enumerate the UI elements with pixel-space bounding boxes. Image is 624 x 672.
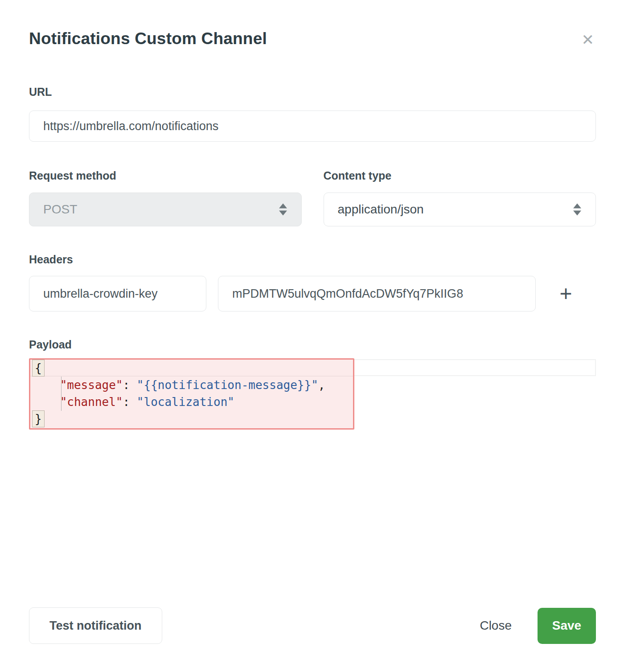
indent xyxy=(32,378,60,392)
request-method-label: Request method xyxy=(29,169,302,182)
page-title: Notifications Custom Channel xyxy=(29,29,267,49)
header-value-input[interactable] xyxy=(218,276,536,311)
chevron-updown-icon xyxy=(279,204,287,216)
json-value-channel: "localization" xyxy=(137,395,234,409)
json-key-channel: "channel" xyxy=(60,395,123,409)
payload-highlighted-region[interactable]: { "message": "{{notification-message}}",… xyxy=(29,358,354,430)
headers-label: Headers xyxy=(29,253,596,266)
separator: : xyxy=(123,395,137,409)
close-icon: ✕ xyxy=(582,31,595,48)
indent xyxy=(32,395,60,409)
notifications-custom-channel-modal: Notifications Custom Channel ✕ URL Reque… xyxy=(0,0,624,672)
test-notification-button[interactable]: Test notification xyxy=(29,607,162,644)
footer-actions: Close Save xyxy=(480,608,596,644)
chevron-updown-icon xyxy=(573,204,581,216)
add-header-button[interactable]: + xyxy=(536,283,596,304)
request-method-select[interactable]: POST xyxy=(29,193,302,226)
close-brace-token: } xyxy=(32,410,45,427)
headers-row: + xyxy=(29,276,596,311)
payload-group: Payload { "message": "{{notification-mes… xyxy=(29,338,596,430)
header-key-input[interactable] xyxy=(29,276,206,311)
json-key-message: "message" xyxy=(60,378,123,392)
payload-code: { "message": "{{notification-message}}",… xyxy=(30,360,353,427)
content-type-label: Content type xyxy=(324,169,596,182)
url-label: URL xyxy=(29,86,596,98)
indent-guide xyxy=(61,377,62,411)
save-button[interactable]: Save xyxy=(538,608,596,644)
modal-header: Notifications Custom Channel ✕ xyxy=(29,29,596,49)
headers-group: Headers + xyxy=(29,253,596,311)
request-method-group: Request method POST xyxy=(29,169,302,226)
open-brace-token: { xyxy=(32,360,45,377)
comma: , xyxy=(318,378,325,392)
url-input[interactable] xyxy=(29,111,596,142)
separator: : xyxy=(123,378,137,392)
payload-label: Payload xyxy=(29,338,596,351)
json-value-message: "{{notification-message}}" xyxy=(137,378,318,392)
url-field-group: URL xyxy=(29,86,596,142)
modal-close-button[interactable]: ✕ xyxy=(580,30,596,49)
content-type-group: Content type application/json xyxy=(324,169,596,226)
request-method-value: POST xyxy=(43,202,77,217)
footer-close-button[interactable]: Close xyxy=(480,619,512,633)
method-contenttype-row: Request method POST Content type applica… xyxy=(29,169,596,226)
plus-icon: + xyxy=(559,283,572,304)
payload-editor[interactable]: { "message": "{{notification-message}}",… xyxy=(29,359,596,430)
content-type-value: application/json xyxy=(338,202,424,217)
modal-footer: Test notification Close Save xyxy=(29,607,596,644)
content-type-select[interactable]: application/json xyxy=(324,193,596,226)
